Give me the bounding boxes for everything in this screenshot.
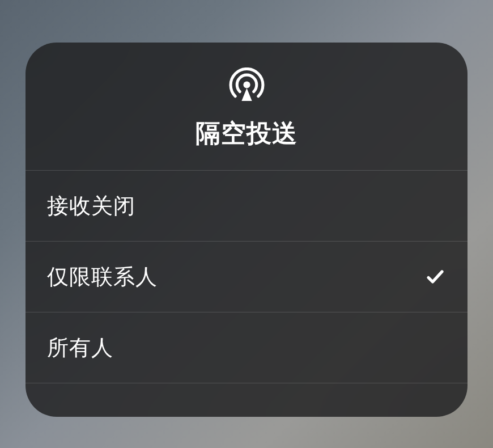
option-label: 仅限联系人 — [47, 263, 158, 291]
checkmark-icon — [424, 266, 446, 288]
option-contacts-only[interactable]: 仅限联系人 — [26, 241, 468, 312]
bottom-divider — [26, 383, 468, 383]
option-label: 接收关闭 — [47, 192, 135, 221]
option-label: 所有人 — [47, 333, 113, 362]
svg-point-0 — [243, 81, 250, 88]
option-receiving-off[interactable]: 接收关闭 — [26, 170, 468, 241]
airdrop-icon — [228, 67, 265, 104]
panel-header: 隔空投送 — [26, 43, 468, 170]
option-everyone[interactable]: 所有人 — [26, 312, 468, 383]
airdrop-panel: 隔空投送 接收关闭 仅限联系人 所有人 — [26, 43, 468, 417]
panel-title: 隔空投送 — [196, 117, 298, 150]
options-list: 接收关闭 仅限联系人 所有人 — [26, 170, 468, 417]
